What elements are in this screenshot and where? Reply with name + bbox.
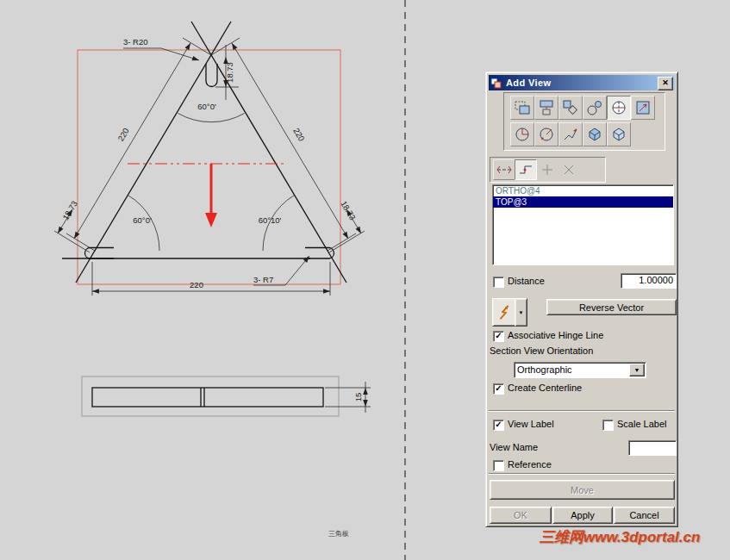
view-label-label: View Label xyxy=(508,419,554,429)
watermark-text: 三维网www.3dportal.cn xyxy=(540,527,700,547)
dim-side-bottom: 220 xyxy=(190,280,203,289)
auxiliary-view-button[interactable] xyxy=(558,96,583,120)
revolved-section-button[interactable] xyxy=(534,122,558,146)
section-direction-arrow[interactable] xyxy=(205,164,217,227)
view-list[interactable]: ORTHO@4 TOP@3 xyxy=(492,184,674,265)
move-button[interactable]: Move xyxy=(490,480,675,500)
vector-dropdown-button[interactable]: ▼ xyxy=(515,298,527,327)
orientation-combobox[interactable]: Orthographic ▼ xyxy=(514,362,646,378)
unfolded-section-button[interactable] xyxy=(558,122,583,146)
close-icon[interactable]: ✕ xyxy=(658,77,673,90)
scale-label-checkbox[interactable]: ✓ xyxy=(602,420,614,431)
dim-angle-bottom-left: 60°0' xyxy=(133,215,152,225)
base-view-button[interactable] xyxy=(510,96,534,120)
separator xyxy=(489,410,675,412)
other-view-button[interactable] xyxy=(631,96,655,120)
dim-notch-right: 18.73 xyxy=(339,199,358,221)
list-item[interactable]: ORTHO@4 xyxy=(493,185,673,196)
reference-label: Reference xyxy=(508,459,552,470)
dim-notch-left: 18.73 xyxy=(60,199,79,221)
cancel-button[interactable]: Cancel xyxy=(614,507,675,524)
reverse-vector-button[interactable]: Reverse Vector xyxy=(546,299,677,315)
view-name-input[interactable] xyxy=(629,441,676,453)
detail-view-icon xyxy=(586,99,603,116)
detail-view-button[interactable] xyxy=(583,96,607,120)
side-view-geometry[interactable] xyxy=(92,388,323,407)
other-view-icon xyxy=(634,99,652,116)
view-label-checkbox[interactable]: ✓ xyxy=(493,420,504,431)
vector-constructor-button[interactable] xyxy=(492,298,516,327)
dim-radius-bottom: 3- R7 xyxy=(253,275,273,284)
side-view-dimension-lines xyxy=(325,382,371,413)
hinge-line-button[interactable] xyxy=(493,159,515,180)
add-segment-button[interactable] xyxy=(536,159,558,180)
ok-button[interactable]: OK xyxy=(490,507,552,524)
unfolded-section-icon xyxy=(562,126,579,143)
oriented-section-icon xyxy=(586,126,603,143)
combo-dropdown-button[interactable]: ▼ xyxy=(629,364,645,376)
half-section-icon xyxy=(514,126,531,143)
side-view-boundary[interactable] xyxy=(82,376,339,416)
add-segment-icon xyxy=(539,161,556,178)
separator xyxy=(489,473,675,475)
projected-view-icon xyxy=(538,99,555,116)
dim-angle-top: 60°0' xyxy=(197,102,216,111)
title-block-text: 三角板 xyxy=(328,530,349,538)
chevron-down-icon: ▼ xyxy=(519,310,524,315)
scale-label-label: Scale Label xyxy=(617,419,667,429)
section-view-button[interactable] xyxy=(607,96,631,120)
dimension-lines xyxy=(54,38,365,296)
dialog-icon xyxy=(490,78,502,89)
cut-line-style-icon xyxy=(517,161,534,178)
create-centerline-label: Create Centerline xyxy=(508,383,582,393)
pictorial-section-icon xyxy=(610,126,627,143)
half-section-button[interactable] xyxy=(510,122,534,146)
distance-field-frame xyxy=(621,273,677,289)
revolved-section-icon xyxy=(538,126,555,143)
chevron-down-icon: ▼ xyxy=(634,367,640,373)
dim-side-left: 220 xyxy=(115,127,131,143)
delete-segment-icon xyxy=(560,161,577,178)
list-item[interactable]: TOP@3 xyxy=(493,196,673,208)
distance-label: Distance xyxy=(508,276,545,286)
create-centerline-checkbox[interactable]: ✓ xyxy=(493,383,504,395)
vector-icon xyxy=(496,302,513,323)
orientation-value: Orthographic xyxy=(517,364,572,375)
reference-checkbox[interactable]: ✓ xyxy=(493,460,504,471)
hinge-line-icon xyxy=(496,161,513,178)
dim-radius-top: 3- R20 xyxy=(123,37,148,47)
distance-input[interactable] xyxy=(621,274,676,286)
pictorial-section-button[interactable] xyxy=(607,122,631,146)
dim-thickness: 15 xyxy=(353,393,363,402)
projected-view-button[interactable] xyxy=(534,96,558,120)
associative-hinge-label: Associative Hinge Line xyxy=(508,330,603,340)
dim-slot-depth: 18.73 xyxy=(225,62,234,83)
auxiliary-view-icon xyxy=(562,99,579,116)
add-view-dialog: Add View ✕ xyxy=(485,72,678,527)
cut-line-style-button[interactable] xyxy=(515,159,537,180)
view-name-label: View Name xyxy=(490,442,538,452)
dim-side-right: 220 xyxy=(291,127,307,143)
delete-segment-button[interactable] xyxy=(558,159,580,180)
base-view-icon xyxy=(514,99,531,116)
section-orientation-label: Section View Orientation xyxy=(490,345,593,356)
application-window: 3- R20 18.73 60°0' 220 220 18.73 60°0' 6… xyxy=(0,0,730,560)
triangle-part-geometry[interactable] xyxy=(62,22,346,283)
section-view-icon xyxy=(610,99,627,116)
dialog-title: Add View xyxy=(506,78,552,88)
dim-angle-bottom-right: 60°10' xyxy=(259,215,282,225)
oriented-section-button[interactable] xyxy=(583,122,607,146)
distance-checkbox[interactable]: ✓ xyxy=(493,277,504,288)
associative-hinge-checkbox[interactable]: ✓ xyxy=(493,331,504,342)
dialog-titlebar[interactable]: Add View xyxy=(489,75,675,90)
apply-button[interactable]: Apply xyxy=(552,507,613,524)
view-name-field-frame xyxy=(628,440,677,456)
